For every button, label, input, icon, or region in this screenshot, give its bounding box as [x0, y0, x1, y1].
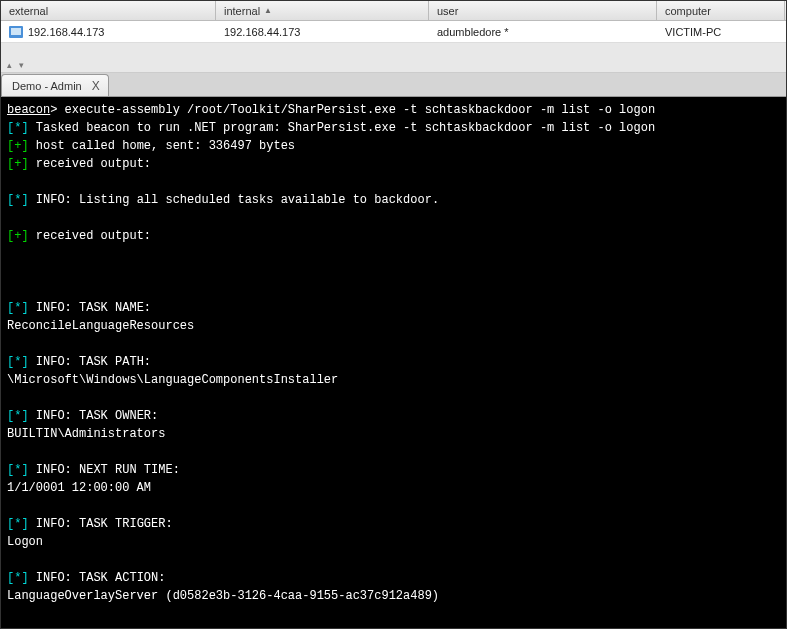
cell-external: 192.168.44.173	[1, 21, 216, 42]
cell-value: 192.168.44.173	[28, 26, 104, 38]
cell-computer: VICTIM-PC	[657, 21, 785, 42]
column-header-internal[interactable]: internal ▲	[216, 1, 429, 20]
cell-internal: 192.168.44.173	[216, 21, 429, 42]
cell-value: VICTIM-PC	[665, 26, 721, 38]
table-header-row: external internal ▲ user computer	[1, 1, 786, 21]
beacon-console[interactable]: beacon> execute-assembly /root/Toolkit/S…	[1, 97, 786, 628]
table-row[interactable]: 192.168.44.173 192.168.44.173 adumbledor…	[1, 21, 786, 43]
col-label: internal	[224, 5, 260, 17]
splitter[interactable]: ▴ ▾	[1, 43, 786, 73]
tab-bar: Demo - Admin X	[1, 73, 786, 97]
cell-value: adumbledore *	[437, 26, 509, 38]
splitter-handle-icon: ▴ ▾	[7, 60, 26, 70]
col-label: user	[437, 5, 458, 17]
tab-demo-admin[interactable]: Demo - Admin X	[1, 74, 109, 96]
column-header-external[interactable]: external	[1, 1, 216, 20]
host-icon	[9, 26, 23, 38]
tab-close-button[interactable]: X	[92, 79, 100, 93]
sessions-table: external internal ▲ user computer 192.16…	[1, 1, 786, 43]
sort-ascending-icon: ▲	[264, 6, 272, 15]
cell-value: 192.168.44.173	[224, 26, 300, 38]
col-label: external	[9, 5, 48, 17]
cell-user: adumbledore *	[429, 21, 657, 42]
column-header-computer[interactable]: computer	[657, 1, 785, 20]
col-label: computer	[665, 5, 711, 17]
column-header-user[interactable]: user	[429, 1, 657, 20]
tab-label: Demo - Admin	[12, 80, 82, 92]
